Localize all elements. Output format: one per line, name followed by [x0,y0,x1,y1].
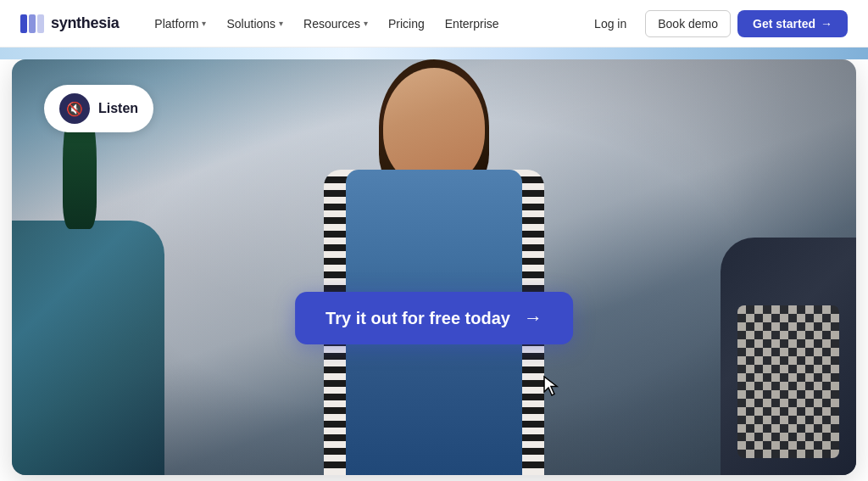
nav-solutions[interactable]: Solutions ▾ [218,12,292,36]
book-demo-button[interactable]: Book demo [645,10,731,37]
svg-rect-2 [37,14,44,33]
synthesia-logo-icon [20,14,44,33]
nav-pricing[interactable]: Pricing [380,12,433,36]
video-area: 🔇 Listen Try it out for free today → [12,59,856,475]
login-button[interactable]: Log in [582,11,638,36]
nav-platform[interactable]: Platform ▾ [146,12,214,36]
brand-name: synthesia [51,14,119,32]
mouse-cursor-icon [542,375,563,399]
logo[interactable]: synthesia [20,14,119,33]
nav-resources[interactable]: Resources ▾ [295,12,376,36]
nav-enterprise[interactable]: Enterprise [437,12,508,36]
get-started-button[interactable]: Get started → [737,10,848,37]
mute-icon: 🔇 [59,93,90,124]
person-avatar [281,68,587,475]
resources-chevron-icon: ▾ [364,19,368,28]
cta-button[interactable]: Try it out for free today → [295,292,573,344]
deco-gradient-strip [0,48,868,59]
solutions-chevron-icon: ▾ [279,19,283,28]
svg-rect-1 [29,14,36,33]
nav-right-actions: Log in Book demo Get started → [582,10,848,37]
get-started-arrow-icon: → [821,17,832,31]
cta-arrow-icon: → [524,307,542,329]
navbar: synthesia Platform ▾ Solutions ▾ Resourc… [0,0,868,48]
person-head [383,68,485,187]
pillow-right [737,305,839,458]
platform-chevron-icon: ▾ [202,19,206,28]
cta-label: Try it out for free today [326,309,510,328]
svg-rect-0 [20,14,27,33]
listen-button[interactable]: 🔇 Listen [44,85,153,132]
listen-label: Listen [98,101,138,116]
nav-links: Platform ▾ Solutions ▾ Resources ▾ Prici… [146,12,582,36]
